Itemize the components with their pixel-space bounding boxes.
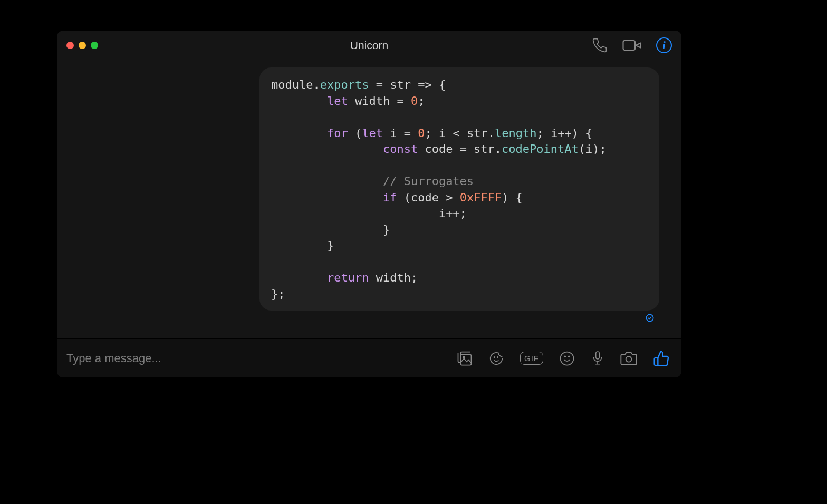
window-title: Unicorn	[57, 39, 681, 52]
svg-point-8	[564, 356, 565, 357]
info-button[interactable]: i	[656, 37, 672, 53]
chat-window: Unicorn i module.exports = str => { let …	[57, 31, 681, 377]
photos-icon	[457, 351, 473, 366]
svg-point-4	[463, 356, 465, 358]
window-zoom-button[interactable]	[91, 42, 98, 49]
traffic-lights	[66, 42, 98, 49]
composer-actions: GIF	[457, 350, 670, 367]
svg-point-7	[561, 352, 574, 365]
microphone-icon	[591, 350, 604, 367]
chat-area: module.exports = str => { let width = 0;…	[57, 60, 681, 338]
svg-rect-10	[596, 352, 600, 359]
camera-button[interactable]	[620, 351, 637, 366]
titlebar-actions: i	[592, 37, 672, 53]
composer: GIF	[57, 338, 681, 377]
svg-point-13	[626, 356, 632, 362]
titlebar: Unicorn i	[57, 31, 681, 60]
phone-icon	[592, 37, 608, 53]
message-bubble[interactable]: module.exports = str => { let width = 0;…	[259, 67, 659, 311]
gif-icon: GIF	[520, 352, 543, 365]
smile-icon	[559, 351, 575, 366]
emoji-button[interactable]	[559, 351, 575, 366]
svg-point-2	[646, 314, 653, 321]
gif-button[interactable]: GIF	[520, 352, 543, 365]
video-call-button[interactable]	[622, 38, 641, 53]
thumbs-up-icon	[653, 350, 670, 367]
like-button[interactable]	[653, 350, 670, 367]
sticker-button[interactable]	[488, 351, 504, 366]
svg-rect-0	[623, 41, 636, 50]
svg-point-5	[494, 356, 495, 357]
code-block: module.exports = str => { let width = 0;…	[271, 77, 648, 302]
camera-icon	[620, 351, 637, 366]
voice-button[interactable]	[591, 350, 604, 367]
svg-point-9	[569, 356, 570, 357]
call-button[interactable]	[592, 37, 608, 53]
window-close-button[interactable]	[66, 42, 74, 49]
svg-rect-3	[461, 354, 472, 365]
message-input[interactable]	[66, 352, 445, 365]
video-icon	[622, 38, 641, 53]
window-minimize-button[interactable]	[79, 42, 86, 49]
photos-button[interactable]	[457, 351, 473, 366]
info-icon: i	[662, 40, 666, 52]
delivered-icon	[646, 314, 654, 322]
sticker-icon	[488, 351, 504, 366]
svg-marker-1	[636, 43, 641, 48]
svg-point-6	[497, 356, 498, 357]
